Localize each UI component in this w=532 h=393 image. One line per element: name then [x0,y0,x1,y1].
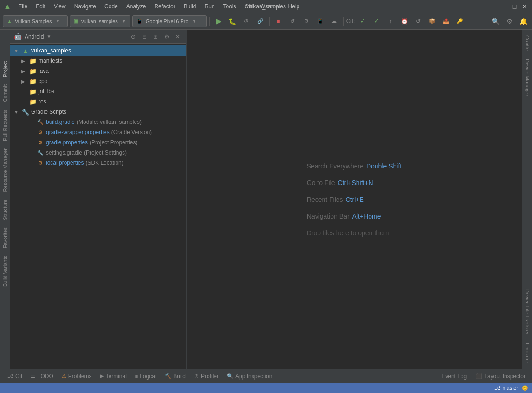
notifications-btn[interactable]: 🔔 [517,15,529,27]
title-bar: ▲ File Edit View Navigate Code Analyze R… [0,0,532,13]
tree-item-gradle-wrapper[interactable]: ▶ ⚙ gradle-wrapper.properties (Gradle Ve… [10,127,186,137]
run-button[interactable]: ▶ [213,15,225,27]
folder-icon-jnilibs: 📁 [29,88,37,95]
bottom-tab-profiler[interactable]: ⏱ Profiler [190,370,222,383]
git-push-btn[interactable]: ✓ [370,15,383,27]
tree-label-res: res [39,98,46,105]
problems-tab-icon: ⚠ [62,373,66,379]
tree-item-cpp[interactable]: ▶ 📁 cpp [10,76,186,86]
close-button[interactable]: ✕ [521,3,528,10]
git-shelve-btn[interactable]: 📦 [426,15,438,27]
profile-button[interactable]: ⏱ [240,15,253,27]
tree-item-java[interactable]: ▶ 📁 java [10,66,186,76]
panel-tab-project[interactable]: Project [1,58,9,81]
git-revert-btn[interactable]: ↺ [412,15,424,27]
bottom-tab-problems[interactable]: ⚠ Problems [58,370,96,383]
maximize-button[interactable]: □ [511,3,518,10]
recent-files-label: Recent Files [307,196,343,203]
bottom-tab-terminal[interactable]: ▶ Terminal [96,370,130,383]
panel-collapse-all[interactable]: ⊟ [140,32,149,41]
menu-code[interactable]: Code [103,2,120,11]
menu-file[interactable]: File [17,2,29,11]
git-unshelve-btn[interactable]: 📤 [440,15,452,27]
tree-arrow-root: ▼ [14,48,21,53]
menu-run[interactable]: Run [202,2,216,11]
panel-tab-favorites[interactable]: Favorites [1,224,9,252]
tree-label-manifests: manifests [39,58,62,64]
layout-inspector-btn[interactable]: ⬛ Layout Inspector [473,372,528,380]
debug-button[interactable]: 🐛 [227,15,239,27]
right-tab-gradle[interactable]: Gradle [524,32,531,54]
git-commit-btn[interactable]: ✓ [357,15,369,27]
menu-edit[interactable]: Edit [34,2,47,11]
module-dropdown[interactable]: ▣ vulkan_samples ▼ [70,15,130,27]
menu-tools[interactable]: Tools [221,2,238,11]
panel-expand-all[interactable]: ⊞ [151,32,160,41]
panel-header: 🤖 Android ▼ ⊙ ⊟ ⊞ ⚙ ✕ [10,30,186,44]
git-history-btn[interactable]: ⏰ [398,15,410,27]
search-everywhere-label: Search Everywhere [307,162,363,170]
panel-tab-commit[interactable]: Commit [1,81,9,106]
bottom-tab-build[interactable]: 🔨 Build [161,370,189,383]
device-icon: 📱 [136,18,143,24]
device-name: Google Pixel 6 Pro [146,19,188,24]
panel-tab-pullrequests[interactable]: Pull Requests [1,106,9,145]
avd-button[interactable]: 📱 [314,15,326,27]
bottom-tab-logcat[interactable]: ≡ Logcat [131,370,160,383]
user-avatar[interactable]: 😊 [522,385,528,391]
sync-button[interactable]: ↺ [286,15,298,27]
menu-build[interactable]: Build [182,2,198,11]
panel-tab-structure[interactable]: Structure [1,196,9,224]
git-pull-btn[interactable]: ↑ [384,15,396,27]
bottom-tab-app-inspection[interactable]: 🔍 App Inspection [223,370,276,383]
bottom-tab-todo[interactable]: ☰ TODO [27,370,57,383]
todo-tab-icon: ☰ [31,373,35,379]
panel-scroll-from-source[interactable]: ⊙ [129,32,138,41]
right-tab-device-manager[interactable]: Device Manager [524,55,531,100]
menu-help[interactable]: Help [286,2,302,11]
bottom-tab-git[interactable]: ⎇ Git [4,370,26,383]
recent-files-shortcut: Ctrl+E [346,196,364,203]
tree-item-settings-gradle[interactable]: ▶ 🔧 settings.gradle (Project Settings) [10,148,186,158]
stop-button[interactable]: ■ [272,15,285,27]
tree-item-manifests[interactable]: ▶ 📁 manifests [10,56,186,66]
menu-navigate[interactable]: Navigate [72,2,98,11]
tree-item-jnilibs[interactable]: ▶ 📁 jniLibs [10,86,186,97]
right-tab-device-file-explorer[interactable]: Device File Explorer [524,285,531,338]
panel-dropdown-arrow[interactable]: ▼ [46,34,51,39]
git-branch-indicator[interactable]: ⎇ master [494,385,518,391]
device-dropdown[interactable]: 📱 Google Pixel 6 Pro ▼ [132,15,207,27]
bottom-bar: ⎇ Git ☰ TODO ⚠ Problems ▶ Terminal ≡ Log… [0,369,532,383]
build-tab-label: Build [173,373,186,380]
editor-content: Search Everywhere Double Shift Go to Fil… [187,30,522,369]
menu-analyze[interactable]: Analyze [124,2,148,11]
goto-file-label: Go to File [307,179,335,187]
search-everywhere-btn[interactable]: 🔍 [489,15,501,27]
tree-item-gradle-props[interactable]: ▶ ⚙ gradle.properties (Project Propertie… [10,137,186,148]
tree-item-build-gradle[interactable]: ▶ 🔨 build.gradle (Module: vulkan_samples… [10,117,186,127]
tree-item-res[interactable]: ▶ 📁 res [10,97,186,107]
git-branch-name: master [502,385,518,391]
git-extra-btn[interactable]: 🔑 [454,15,466,27]
panel-tab-resource[interactable]: Resource Manager [1,145,9,196]
event-log-btn[interactable]: Event Log [439,372,469,380]
project-panel: 🤖 Android ▼ ⊙ ⊟ ⊞ ⚙ ✕ ▼ ▲ vulkan_samples… [10,30,187,369]
panel-tab-buildvariants[interactable]: Build Variants [1,252,9,290]
settings-btn[interactable]: ⚙ [503,15,515,27]
tree-item-local-props[interactable]: ▶ ⚙ local.properties (SDK Location) [10,158,186,168]
minimize-button[interactable]: — [500,3,508,10]
menu-refactor[interactable]: Refactor [152,2,177,11]
tree-root[interactable]: ▼ ▲ vulkan_samples [10,45,186,56]
panel-settings[interactable]: ⚙ [162,32,171,41]
module-icon: ▣ [74,18,78,24]
gradle-sync-button[interactable]: ⚙ [300,15,312,27]
git-label: Git: [346,18,355,25]
tree-item-gradle-scripts[interactable]: ▼ 🔧 Gradle Scripts [10,107,186,117]
app-inspection-tab-icon: 🔍 [227,373,234,379]
sdk-button[interactable]: ☁ [328,15,340,27]
project-dropdown[interactable]: ▲ Vulkan-Samples ▼ [3,15,68,27]
attach-button[interactable]: 🔗 [254,15,266,27]
right-tab-emulator[interactable]: Emulator [524,339,531,367]
panel-close[interactable]: ✕ [173,32,182,41]
menu-view[interactable]: View [52,2,68,11]
